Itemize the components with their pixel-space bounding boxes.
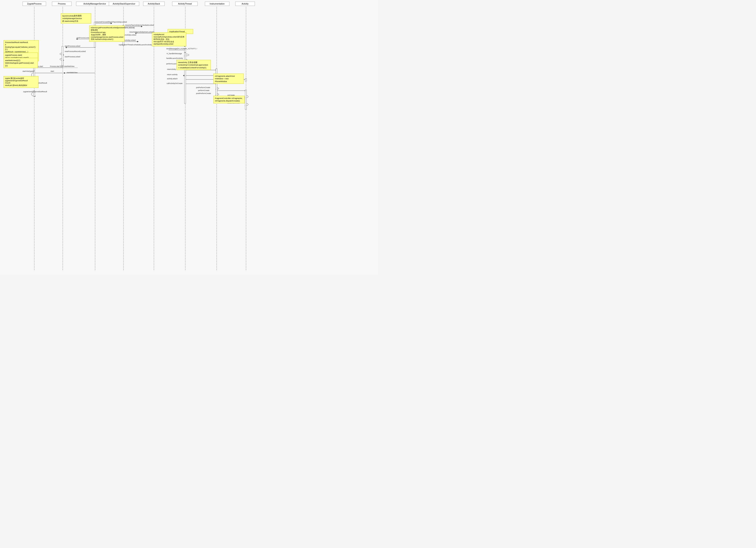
svg-marker-45 [64, 72, 65, 74]
note-mfragments-attach: mFragments.attachHostmWindow = newPhoneW… [213, 74, 244, 84]
label-handlelaunch: handleLaunchActivity [166, 57, 183, 59]
label-zygotesendargs2: zygoteSendArgsAndGetResult [23, 91, 47, 93]
lane-header-actstack: ActivityStack [143, 2, 165, 6]
label-schedulelaunch: ApplicationThread.scheduleLaunchActivity [119, 44, 152, 46]
arrows-svg [0, 0, 378, 275]
lane-header-ams: ActivityManagerService [76, 2, 113, 6]
label-processstart: Process.start 返回 startWebView [50, 65, 74, 68]
note-launch-activity: launchActivity曾作调用ActivityManagerService… [61, 13, 91, 24]
note-startwebview: startWebView(){'{'}WebViewZygote.getProc… [4, 58, 38, 68]
note-newactivity: newactivity 之前会创建contextImpl ContextImpl… [176, 60, 211, 70]
label-preperformcreate: prePerformCreate [196, 86, 210, 88]
lane-header-actthread: ActivityThread [172, 2, 198, 6]
label-resumetopinner: resumeTopActivityInnerLocked [129, 31, 154, 33]
lane-header-ass: ActivityStackSupervisor [109, 2, 139, 6]
label-startwebview: startWebView [67, 72, 77, 74]
note-getprocess: mService.getProcessRecordLocked(processN… [89, 25, 124, 42]
note-actrecord: ActivityRecord next=topRunningActivityLo… [152, 32, 186, 46]
label-startprocesslocked2: startProcessLocked [65, 45, 80, 47]
label-resumetopunchecked: resumeTopActivityUncheckedLocked [125, 24, 154, 26]
label-startviazygote: startViaZygote [23, 70, 34, 72]
label-activityattach: activity.attach [167, 78, 178, 80]
label-resumefocused: resumeFocusedStackTopActivityLocked [96, 21, 127, 23]
label-calloncreate: callActivityOnCreate [167, 82, 183, 84]
label-sendmessage: sendMessage(H.LAUNCH_ACTIVITY, r [166, 48, 197, 50]
note-zygote-socket: zygote 通过监socket监听zygoteSendArgsAndGetRe… [4, 76, 38, 88]
note-mfragments-dispatch: FragmentController mFragments;mFragments… [213, 96, 245, 103]
method-activity-oncreate [245, 90, 247, 109]
lane-header-instrumentation: Instrumentation [205, 2, 229, 6]
method-activity-attach [245, 78, 247, 81]
label-newprocessrecord: newProcessRecordLocked [65, 50, 86, 52]
lane-header-activity: Activity [235, 2, 255, 6]
label-postperformcreate: postPerformCreate [196, 92, 211, 94]
label-returnactivity: return activity [167, 74, 178, 75]
lane-header-process: Process [52, 2, 72, 6]
svg-marker-19 [137, 41, 138, 42]
label-start: start [51, 70, 54, 72]
label-startprocesslocked3: startProcessLocked [65, 56, 80, 58]
label-hhandler: H_handlerMessage [167, 53, 182, 55]
label-performcreate: performCreate [198, 89, 209, 91]
method-startprocesslocked-process [62, 46, 63, 66]
diagram-container: ZygoteProcess Process ActivityManagerSer… [0, 0, 378, 275]
method-instrumentation-call [216, 83, 217, 97]
lane-header-zygote: ZygoteProcess [23, 2, 46, 6]
label-newactivity: newActivity [167, 68, 176, 70]
